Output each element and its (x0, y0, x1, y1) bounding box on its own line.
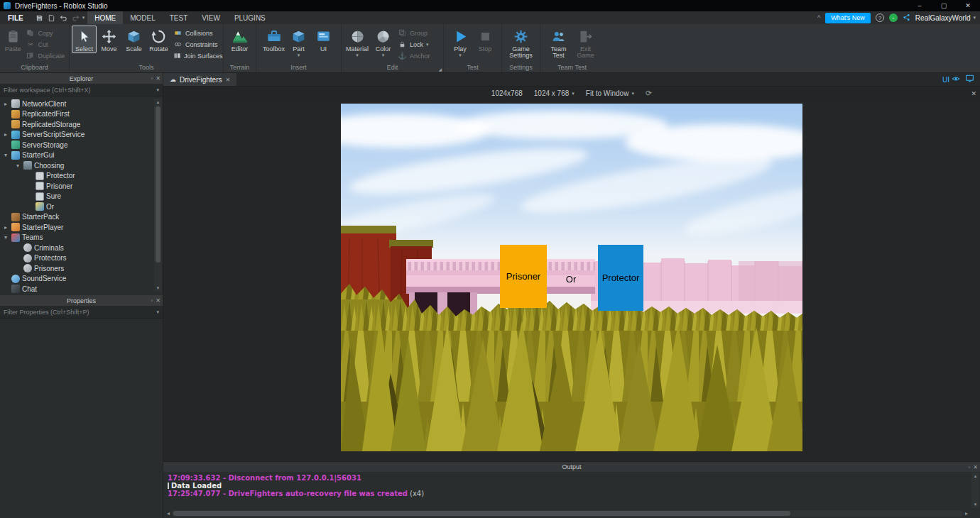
collisions-toggle[interactable]: Collisions (171, 28, 221, 38)
chevron-right-icon[interactable]: ▸ (2, 101, 9, 107)
tree-item-prisoner[interactable]: Prisoner (0, 181, 163, 192)
scroll-down-icon[interactable]: ▼ (974, 501, 978, 508)
tree-item-soundservice[interactable]: SoundService (0, 274, 163, 285)
account-menu[interactable]: RealGalaxyWorld▾ (915, 14, 976, 22)
ui-visibility-toggle[interactable]: UI (942, 75, 960, 84)
constraints-toggle[interactable]: Constraints (171, 39, 221, 50)
group-button[interactable]: Group (396, 28, 435, 38)
tree-item-serverscriptservice[interactable]: ▸ServerScriptService (0, 130, 163, 140)
status-dot-icon[interactable]: - (889, 13, 898, 22)
ui-button[interactable]: UI (311, 26, 336, 53)
edit-dialog-launcher-icon[interactable]: ◢ (438, 67, 442, 72)
document-tab-drivefighters[interactable]: ☁ DriveFighters ✕ (163, 73, 236, 86)
output-log[interactable]: 17:09:33.632 - Disconnect from 127.0.0.1… (163, 472, 980, 497)
explorer-float-icon[interactable]: ▫ (151, 75, 153, 82)
output-horizontal-scrollbar[interactable]: ◂ ▸ (165, 509, 970, 517)
file-menu-button[interactable]: FILE (0, 11, 31, 24)
anchor-button[interactable]: ⚓Anchor (396, 50, 435, 61)
tree-item-serverstorage[interactable]: ServerStorage (0, 140, 163, 150)
game-viewport[interactable]: Prisoner Or Protector (341, 104, 802, 451)
output-close-icon[interactable]: ✕ (973, 464, 978, 470)
scroll-up-icon[interactable]: ▲ (974, 473, 978, 480)
duplicate-button[interactable]: Duplicate (23, 50, 67, 61)
scrollbar-thumb[interactable] (173, 511, 790, 516)
collapse-ribbon-icon[interactable]: ^ (817, 14, 820, 21)
scale-tool-button[interactable]: Scale (121, 26, 146, 53)
tree-item-chat[interactable]: Chat (0, 284, 163, 294)
tree-item-protectors[interactable]: Protectors (0, 253, 163, 264)
maximize-button[interactable]: ▢ (932, 0, 956, 11)
prisoner-game-button[interactable]: Prisoner (500, 245, 547, 308)
scroll-up-icon[interactable]: ▲ (156, 99, 160, 106)
tree-item-or[interactable]: Or (0, 202, 163, 212)
chevron-right-icon[interactable]: ▸ (2, 224, 9, 231)
emulator-size-dropdown[interactable]: 1024 x 768▾ (534, 89, 575, 97)
minimize-button[interactable]: – (908, 0, 932, 11)
quick-access-caret-icon[interactable]: ▾ (82, 15, 85, 21)
tab-home[interactable]: HOME (87, 11, 123, 24)
device-emulator-icon[interactable] (965, 73, 974, 86)
output-header[interactable]: Output ▫✕ (163, 462, 980, 472)
tab-close-icon[interactable]: ✕ (225, 77, 230, 83)
copy-button[interactable]: Copy (23, 28, 67, 38)
tree-item-replicatedfirst[interactable]: ReplicatedFirst (0, 109, 163, 120)
explorer-close-icon[interactable]: ✕ (156, 75, 160, 82)
publish-icon[interactable] (46, 13, 57, 23)
output-vertical-scrollbar[interactable]: ▲ ▼ (971, 473, 979, 508)
emulator-close-icon[interactable]: ✕ (971, 87, 976, 100)
tree-item-criminals[interactable]: Criminals (0, 243, 163, 253)
save-icon[interactable] (34, 13, 45, 23)
tree-item-teams[interactable]: ▾Teams (0, 233, 163, 243)
play-button[interactable]: Play ▾ (448, 26, 473, 58)
scroll-left-icon[interactable]: ◂ (165, 510, 172, 517)
tree-item-startergui[interactable]: ▾StarterGui (0, 150, 163, 161)
tab-model[interactable]: MODEL (123, 11, 163, 24)
properties-header[interactable]: Properties ▫✕ (0, 295, 163, 306)
tree-item-prisoners[interactable]: Prisoners (0, 263, 163, 274)
stop-button[interactable]: Stop (473, 26, 498, 53)
cut-button[interactable]: ✂Cut (23, 39, 67, 50)
material-button[interactable]: Material ▾ (344, 26, 371, 58)
properties-filter-input[interactable] (4, 309, 156, 316)
chevron-down-icon[interactable]: ▾ (14, 162, 21, 169)
chevron-down-icon[interactable]: ▾ (2, 152, 9, 158)
lock-button[interactable]: Lock▾ (396, 39, 435, 50)
toolbox-button[interactable]: Toolbox (261, 26, 286, 53)
join-surfaces-toggle[interactable]: Join Surfaces (171, 50, 221, 61)
game-settings-button[interactable]: Game Settings (506, 26, 537, 60)
tree-item-starterpack[interactable]: StarterPack (0, 212, 163, 223)
explorer-header[interactable]: Explorer ▫✕ (0, 73, 163, 84)
rotate-tool-button[interactable]: Rotate (146, 26, 171, 53)
chevron-down-icon[interactable]: ▾ (2, 234, 9, 241)
tree-item-networkclient[interactable]: ▸NetworkClient (0, 99, 163, 109)
scroll-down-icon[interactable]: ▼ (156, 285, 160, 292)
exit-game-button[interactable]: Exit Game (572, 26, 599, 60)
tab-plugins[interactable]: PLUGINS (227, 11, 273, 24)
tree-item-starterplayer[interactable]: ▸StarterPlayer (0, 222, 163, 233)
terrain-editor-button[interactable]: Editor (227, 26, 252, 53)
scrollbar-thumb[interactable] (156, 106, 160, 263)
explorer-filter-input[interactable] (4, 87, 156, 94)
chevron-right-icon[interactable]: ▸ (2, 131, 9, 138)
output-float-icon[interactable]: ▫ (968, 464, 970, 470)
protector-game-button[interactable]: Protector (598, 245, 643, 311)
tab-view[interactable]: VIEW (195, 11, 227, 24)
properties-close-icon[interactable]: ✕ (156, 297, 160, 304)
scrollbar-track[interactable] (172, 510, 963, 517)
tree-item-protector[interactable]: Protector (0, 171, 163, 182)
properties-filter-caret-icon[interactable]: ▾ (156, 309, 159, 315)
explorer-filter-caret-icon[interactable]: ▾ (156, 87, 159, 93)
rotate-device-icon[interactable]: ⟳ (646, 89, 652, 98)
whats-new-button[interactable]: What's New (825, 13, 871, 23)
tree-item-sure[interactable]: Sure (0, 192, 163, 202)
select-tool-button[interactable]: Select (72, 26, 97, 53)
tab-test[interactable]: TEST (163, 11, 195, 24)
scroll-right-icon[interactable]: ▸ (963, 510, 970, 517)
team-test-button[interactable]: Team Test (545, 26, 572, 60)
color-button[interactable]: Color ▾ (371, 26, 396, 58)
paste-button[interactable]: Paste (2, 26, 23, 53)
part-button[interactable]: Part ▾ (286, 26, 311, 58)
help-icon[interactable]: ? (876, 13, 884, 22)
move-tool-button[interactable]: Move (97, 26, 121, 53)
fit-to-window-dropdown[interactable]: Fit to Window▾ (586, 89, 634, 97)
